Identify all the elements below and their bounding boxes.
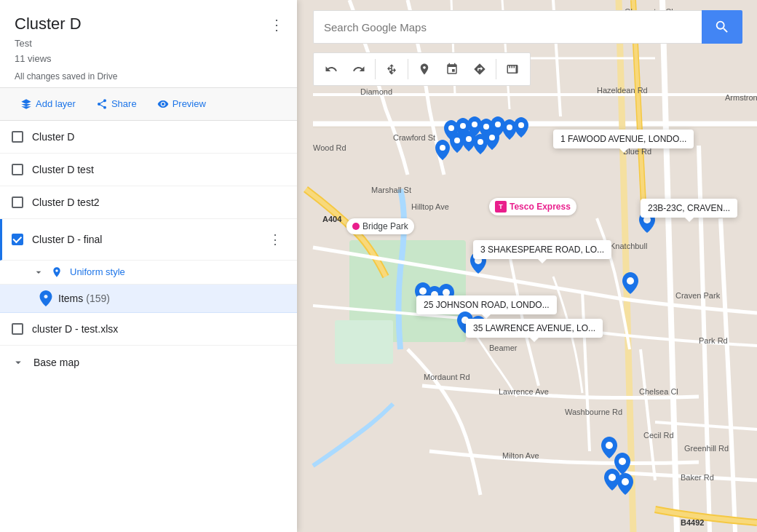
uniform-style-label: Uniform style [70,266,125,277]
layer-name-cluster-d: Cluster D [32,131,285,143]
add-layer-button[interactable]: Add layer [12,94,84,114]
svg-point-23 [483,124,489,130]
layer-checkbox-cluster-d-xlsx[interactable] [12,323,23,335]
layer-name-cluster-d-final: Cluster D - final [32,234,265,245]
svg-point-35 [431,291,438,298]
svg-point-26 [518,122,524,128]
toolbar [313,52,531,86]
sidebar-title: Cluster D [15,15,285,33]
layer-item-cluster-d-test[interactable]: Cluster D test [0,154,297,186]
svg-point-34 [419,287,427,295]
sidebar-header: Cluster D Test 11 views All changes save… [0,0,297,88]
measure-icon [506,63,519,76]
svg-point-25 [507,124,512,130]
sidebar: Cluster D Test 11 views All changes save… [0,0,297,532]
svg-point-28 [466,136,472,142]
chevron-down-icon [32,266,45,279]
draw-line-button[interactable] [439,56,465,82]
directions-icon [473,63,486,76]
share-button[interactable]: Share [87,94,146,114]
search-input[interactable] [313,10,702,44]
basemap-row[interactable]: Base map [0,346,297,379]
directions-button[interactable] [467,56,493,82]
svg-point-33 [643,216,651,223]
basemap-label: Base map [33,357,79,368]
svg-point-24 [495,122,501,127]
layer-checkbox-cluster-d-test[interactable] [12,164,23,175]
sidebar-actions: Add layer Share Preview [0,88,297,121]
svg-point-22 [472,122,477,127]
layer-item-cluster-d-test2[interactable]: Cluster D test2 [0,186,297,219]
pin-cluster-lawrence[interactable] [457,311,501,348]
add-layer-icon [20,98,32,110]
sidebar-subtitle-views: 11 views [15,52,285,67]
basemap-chevron-icon [12,356,25,369]
svg-point-36 [443,289,450,296]
layer-item-cluster-d[interactable]: Cluster D [0,121,297,154]
layer-checkbox-cluster-d[interactable] [12,131,23,143]
items-count: (159) [86,293,110,304]
svg-point-20 [448,125,454,131]
sidebar-saved-text: All changes saved in Drive [15,71,285,82]
pan-button[interactable] [378,56,405,82]
redo-icon [352,63,365,76]
measure-button[interactable] [499,56,526,82]
svg-point-30 [489,135,495,140]
undo-icon [325,63,338,76]
layer-name-cluster-d-test2: Cluster D test2 [32,196,285,208]
marker-icon [418,63,431,76]
search-button[interactable] [702,10,742,44]
search-bar [313,10,742,44]
layer-name-cluster-d-xlsx: cluster D - test.xlsx [32,323,285,335]
sidebar-subtitle: Test 11 views [15,36,285,67]
layer-name-cluster-d-test: Cluster D test [32,164,285,175]
pin-craven-right[interactable] [622,272,638,294]
redo-button[interactable] [346,56,372,82]
svg-point-27 [454,138,460,143]
layer-checkbox-cluster-d-final[interactable] [12,234,23,245]
pin-shakespeare[interactable] [470,252,486,274]
svg-point-32 [475,257,482,264]
layer-checkbox-cluster-d-test2[interactable] [12,196,23,208]
svg-point-29 [477,139,483,145]
svg-point-21 [460,123,466,129]
sidebar-more-button[interactable]: ⋮ [265,13,288,36]
items-label: Items [58,293,83,304]
svg-point-39 [627,277,634,285]
items-pin-icon [39,290,52,306]
preview-icon [157,98,169,110]
uniform-style-row[interactable]: Uniform style [0,261,297,285]
svg-rect-2 [335,320,393,364]
uniform-style-icon [49,265,64,279]
svg-point-37 [461,317,469,324]
undo-button[interactable] [318,56,344,82]
search-icon [714,19,730,35]
items-row[interactable]: Items (159) [0,285,297,313]
add-marker-button[interactable] [411,56,437,82]
layer-item-cluster-d-xlsx[interactable]: cluster D - test.xlsx [0,313,297,346]
pin-craven[interactable] [639,211,655,233]
draw-icon [445,63,459,76]
share-icon [96,98,108,110]
pin-cluster-bottom[interactable] [601,437,652,502]
svg-point-31 [440,145,445,151]
layer-item-cluster-d-final[interactable]: Cluster D - final ⋮ [0,219,297,261]
pan-icon [385,63,398,76]
svg-point-40 [606,442,613,449]
svg-point-42 [609,474,616,481]
svg-point-43 [622,478,629,485]
layers-list: Cluster D Cluster D test Cluster D test2… [0,121,297,532]
preview-button[interactable]: Preview [148,94,215,114]
layer-more-button-cluster-d-final[interactable]: ⋮ [265,229,285,250]
svg-point-38 [475,321,482,328]
svg-point-41 [619,458,626,465]
sidebar-subtitle-test: Test [15,36,285,52]
pin-cluster-fawood[interactable] [429,116,546,175]
